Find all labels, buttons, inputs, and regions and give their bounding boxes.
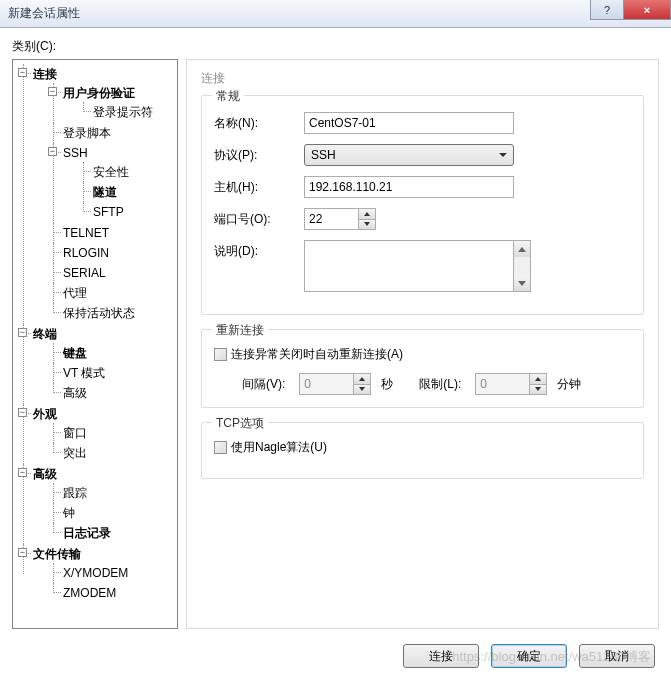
- reconnect-group: 重新连接 连接异常关闭时自动重新连接(A) 间隔(V): 秒: [201, 329, 644, 408]
- name-label: 名称(N):: [214, 115, 304, 132]
- general-group: 常规 名称(N): 协议(P): SSH 主机(H):: [201, 95, 644, 315]
- tree-highlight[interactable]: 突出: [63, 446, 87, 460]
- port-label: 端口号(O):: [214, 211, 304, 228]
- button-bar: 连接 确定 取消: [12, 636, 659, 668]
- window-title: 新建会话属性: [8, 5, 80, 22]
- tree-logging[interactable]: 日志记录: [63, 526, 111, 540]
- limit-input[interactable]: [475, 373, 529, 395]
- desc-scrollbar[interactable]: [514, 240, 531, 292]
- nagle-label: 使用Nagle算法(U): [231, 439, 327, 456]
- expand-icon[interactable]: −: [48, 87, 57, 96]
- port-spin-down[interactable]: [359, 219, 375, 230]
- tree-filetransfer[interactable]: 文件传输: [33, 547, 81, 561]
- tree-vtmode[interactable]: VT 模式: [63, 366, 105, 380]
- tree-telnet[interactable]: TELNET: [63, 226, 109, 240]
- tree-keyboard[interactable]: 键盘: [63, 346, 87, 360]
- port-spin-up[interactable]: [359, 209, 375, 219]
- protocol-value: SSH: [311, 148, 336, 162]
- tree-login-prompt[interactable]: 登录提示符: [93, 105, 153, 119]
- limit-label: 限制(L):: [419, 376, 461, 393]
- interval-spin-up[interactable]: [354, 374, 370, 384]
- nagle-checkbox[interactable]: [214, 441, 227, 454]
- cancel-button[interactable]: 取消: [579, 644, 655, 668]
- tree-trace[interactable]: 跟踪: [63, 486, 87, 500]
- expand-icon[interactable]: −: [48, 147, 57, 156]
- titlebar: 新建会话属性 ? ×: [0, 0, 671, 28]
- content-pane: 连接 常规 名称(N): 协议(P):: [186, 59, 659, 629]
- tree-terminal[interactable]: 终端: [33, 327, 57, 341]
- expand-icon[interactable]: −: [18, 468, 27, 477]
- tree-zmodem[interactable]: ZMODEM: [63, 586, 116, 600]
- expand-icon[interactable]: −: [18, 68, 27, 77]
- reconnect-checkbox[interactable]: [214, 348, 227, 361]
- tree-appearance[interactable]: 外观: [33, 407, 57, 421]
- tree-xymodem[interactable]: X/YMODEM: [63, 566, 128, 580]
- tcp-group: TCP选项 使用Nagle算法(U): [201, 422, 644, 479]
- ok-button[interactable]: 确定: [491, 644, 567, 668]
- minutes-label: 分钟: [557, 376, 581, 393]
- tree-auth[interactable]: 用户身份验证: [63, 86, 135, 100]
- desc-label: 说明(D):: [214, 240, 304, 260]
- tree-connection[interactable]: 连接: [33, 67, 57, 81]
- interval-spin-down[interactable]: [354, 384, 370, 395]
- pane-heading: 连接: [201, 70, 644, 87]
- interval-label: 间隔(V):: [242, 376, 285, 393]
- help-button[interactable]: ?: [590, 0, 624, 20]
- protocol-label: 协议(P):: [214, 147, 304, 164]
- tree-serial[interactable]: SERIAL: [63, 266, 106, 280]
- desc-textarea[interactable]: [304, 240, 514, 292]
- name-input[interactable]: [304, 112, 514, 134]
- tree-bell[interactable]: 钟: [63, 506, 75, 520]
- connect-button[interactable]: 连接: [403, 644, 479, 668]
- host-input[interactable]: [304, 176, 514, 198]
- tree-tunnel[interactable]: 隧道: [93, 185, 117, 199]
- tree-window[interactable]: 窗口: [63, 426, 87, 440]
- expand-icon[interactable]: −: [18, 408, 27, 417]
- expand-icon[interactable]: −: [18, 328, 27, 337]
- close-button[interactable]: ×: [623, 0, 671, 20]
- tree-rlogin[interactable]: RLOGIN: [63, 246, 109, 260]
- limit-spin-down[interactable]: [530, 384, 546, 395]
- tree-security[interactable]: 安全性: [93, 165, 129, 179]
- category-tree[interactable]: − 连接 − 用户身份验证 登录提示符 登录脚本: [12, 59, 178, 629]
- scroll-down-icon[interactable]: [514, 275, 530, 291]
- general-legend: 常规: [212, 88, 244, 105]
- seconds-label: 秒: [381, 376, 393, 393]
- category-label: 类别(C):: [12, 38, 659, 55]
- tree-proxy[interactable]: 代理: [63, 286, 87, 300]
- tree-advanced-term[interactable]: 高级: [63, 386, 87, 400]
- reconnect-check-label: 连接异常关闭时自动重新连接(A): [231, 346, 403, 363]
- tree-advanced[interactable]: 高级: [33, 467, 57, 481]
- host-label: 主机(H):: [214, 179, 304, 196]
- limit-spin-up[interactable]: [530, 374, 546, 384]
- interval-input[interactable]: [299, 373, 353, 395]
- tree-login-script[interactable]: 登录脚本: [63, 126, 111, 140]
- port-input[interactable]: [304, 208, 358, 230]
- tree-ssh[interactable]: SSH: [63, 146, 88, 160]
- chevron-down-icon: [499, 153, 507, 157]
- tcp-legend: TCP选项: [212, 415, 268, 432]
- tree-sftp[interactable]: SFTP: [93, 205, 124, 219]
- reconnect-legend: 重新连接: [212, 322, 268, 339]
- scroll-up-icon[interactable]: [514, 241, 530, 257]
- protocol-select[interactable]: SSH: [304, 144, 514, 166]
- tree-keepalive[interactable]: 保持活动状态: [63, 306, 135, 320]
- expand-icon[interactable]: −: [18, 548, 27, 557]
